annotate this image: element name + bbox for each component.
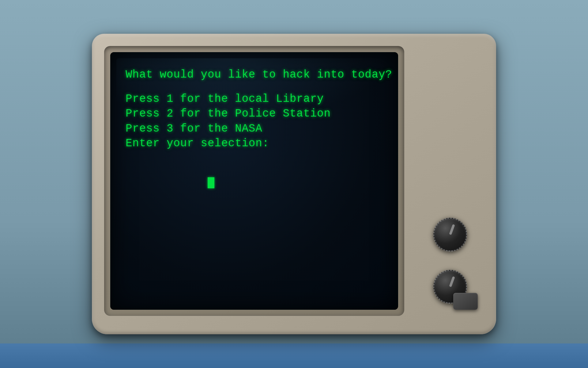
terminal-line-option3: Press 3 for the NASA (126, 121, 383, 136)
scene: What would you like to hack into today? … (0, 0, 588, 368)
terminal-cursor-line (126, 159, 383, 203)
monitor: What would you like to hack into today? … (92, 34, 496, 334)
terminal-line-option2: Press 2 for the Police Station (126, 106, 383, 121)
terminal-line-prompt: Enter your selection: (126, 136, 383, 151)
power-button[interactable] (453, 293, 478, 310)
terminal-output: What would you like to hack into today? … (126, 67, 383, 203)
knob-1[interactable] (433, 218, 467, 251)
crt-screen: What would you like to hack into today? … (110, 52, 398, 310)
screen-bezel: What would you like to hack into today? … (104, 46, 404, 316)
floor (0, 343, 588, 368)
terminal-line-title: What would you like to hack into today? (126, 67, 383, 82)
terminal-line-option1: Press 1 for the local Library (126, 92, 383, 107)
terminal-cursor (208, 177, 214, 188)
right-panel (404, 52, 496, 322)
